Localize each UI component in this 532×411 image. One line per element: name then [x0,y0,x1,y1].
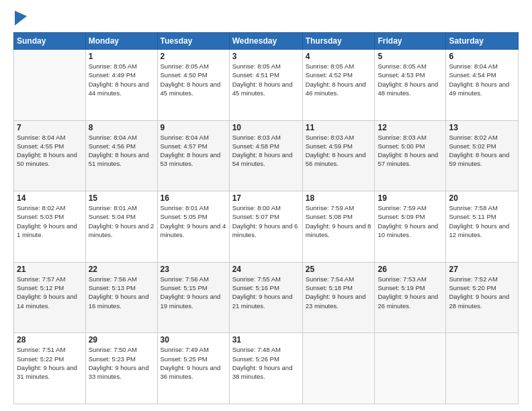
day-of-week-header: Thursday [302,33,375,50]
day-number: 8 [89,123,154,132]
day-info: Sunrise: 7:54 AMSunset: 5:18 PMDaylight:… [306,275,372,310]
calendar-cell [375,333,446,404]
day-info: Sunrise: 8:03 AMSunset: 4:58 PMDaylight:… [232,133,300,169]
day-info: Sunrise: 7:48 AMSunset: 5:26 PMDaylight:… [232,345,300,381]
day-info: Sunrise: 7:50 AMSunset: 5:23 PMDaylight:… [89,345,154,381]
calendar-week-row: 1Sunrise: 8:05 AMSunset: 4:49 PMDaylight… [14,50,519,121]
day-number: 18 [306,193,372,203]
calendar-week-row: 14Sunrise: 8:02 AMSunset: 5:03 PMDayligh… [14,191,519,263]
calendar-cell: 18Sunrise: 7:59 AMSunset: 5:08 PMDayligh… [302,191,375,263]
day-info: Sunrise: 8:02 AMSunset: 5:03 PMDaylight:… [17,203,83,239]
calendar-cell: 11Sunrise: 8:03 AMSunset: 4:59 PMDayligh… [302,120,375,191]
calendar-cell: 24Sunrise: 7:55 AMSunset: 5:16 PMDayligh… [229,262,302,333]
logo [13,11,26,26]
day-number: 26 [378,265,443,274]
day-number: 9 [161,123,226,132]
calendar-cell: 16Sunrise: 8:01 AMSunset: 5:05 PMDayligh… [157,191,229,263]
calendar-week-row: 7Sunrise: 8:04 AMSunset: 4:55 PMDaylight… [14,120,519,191]
logo-icon [15,11,27,26]
day-number: 3 [232,52,300,61]
day-number: 1 [89,52,154,61]
calendar-cell: 23Sunrise: 7:56 AMSunset: 5:15 PMDayligh… [157,262,229,333]
day-number: 25 [306,265,372,274]
calendar-header-row: SundayMondayTuesdayWednesdayThursdayFrid… [14,33,519,50]
calendar-cell: 4Sunrise: 8:05 AMSunset: 4:52 PMDaylight… [302,50,375,121]
day-info: Sunrise: 8:05 AMSunset: 4:49 PMDaylight:… [89,62,154,97]
calendar-cell: 10Sunrise: 8:03 AMSunset: 4:58 PMDayligh… [229,120,302,191]
day-info: Sunrise: 8:05 AMSunset: 4:50 PMDaylight:… [161,62,226,97]
calendar-cell: 19Sunrise: 7:59 AMSunset: 5:09 PMDayligh… [375,191,446,263]
day-info: Sunrise: 8:04 AMSunset: 4:55 PMDaylight:… [17,133,83,169]
day-info: Sunrise: 8:03 AMSunset: 4:59 PMDaylight:… [306,133,372,169]
day-number: 7 [17,123,83,132]
calendar-cell: 13Sunrise: 8:02 AMSunset: 5:02 PMDayligh… [446,120,519,191]
day-info: Sunrise: 7:55 AMSunset: 5:16 PMDaylight:… [232,275,300,310]
calendar-cell: 30Sunrise: 7:49 AMSunset: 5:25 PMDayligh… [157,333,229,404]
day-number: 19 [378,193,443,203]
calendar-table: SundayMondayTuesdayWednesdayThursdayFrid… [13,32,519,404]
day-info: Sunrise: 7:49 AMSunset: 5:25 PMDaylight:… [161,345,226,381]
day-info: Sunrise: 8:04 AMSunset: 4:57 PMDaylight:… [161,133,226,169]
calendar-cell [14,50,86,121]
calendar-cell: 27Sunrise: 7:52 AMSunset: 5:20 PMDayligh… [446,262,519,333]
day-number: 14 [17,193,83,203]
day-info: Sunrise: 7:53 AMSunset: 5:19 PMDaylight:… [378,275,443,310]
day-of-week-header: Wednesday [229,33,302,50]
page: SundayMondayTuesdayWednesdayThursdayFrid… [0,0,532,411]
calendar-cell: 21Sunrise: 7:57 AMSunset: 5:12 PMDayligh… [14,262,86,333]
calendar-cell: 14Sunrise: 8:02 AMSunset: 5:03 PMDayligh… [14,191,86,263]
calendar-cell: 17Sunrise: 8:00 AMSunset: 5:07 PMDayligh… [229,191,302,263]
day-of-week-header: Friday [375,33,446,50]
day-info: Sunrise: 7:56 AMSunset: 5:13 PMDaylight:… [89,275,154,310]
day-info: Sunrise: 8:02 AMSunset: 5:02 PMDaylight:… [449,133,515,169]
calendar-cell: 8Sunrise: 8:04 AMSunset: 4:56 PMDaylight… [85,120,157,191]
day-number: 10 [232,123,300,132]
calendar-cell: 26Sunrise: 7:53 AMSunset: 5:19 PMDayligh… [375,262,446,333]
calendar-cell: 6Sunrise: 8:04 AMSunset: 4:54 PMDaylight… [446,50,519,121]
day-info: Sunrise: 7:56 AMSunset: 5:15 PMDaylight:… [161,275,226,310]
day-number: 22 [89,265,154,274]
day-number: 13 [449,123,515,132]
day-number: 24 [232,265,300,274]
day-info: Sunrise: 8:05 AMSunset: 4:51 PMDaylight:… [232,62,300,97]
day-info: Sunrise: 7:58 AMSunset: 5:11 PMDaylight:… [449,203,515,239]
day-info: Sunrise: 8:05 AMSunset: 4:53 PMDaylight:… [378,62,443,97]
day-number: 4 [306,52,372,61]
day-number: 6 [449,52,515,61]
day-number: 17 [232,193,300,203]
day-info: Sunrise: 8:04 AMSunset: 4:56 PMDaylight:… [89,133,154,169]
day-info: Sunrise: 8:04 AMSunset: 4:54 PMDaylight:… [449,62,515,97]
day-info: Sunrise: 8:01 AMSunset: 5:04 PMDaylight:… [89,203,154,239]
svg-marker-0 [15,11,27,26]
day-info: Sunrise: 7:57 AMSunset: 5:12 PMDaylight:… [17,275,83,310]
day-of-week-header: Sunday [14,33,86,50]
day-number: 27 [449,265,515,274]
calendar-cell: 22Sunrise: 7:56 AMSunset: 5:13 PMDayligh… [85,262,157,333]
day-number: 30 [161,335,226,345]
day-info: Sunrise: 7:51 AMSunset: 5:22 PMDaylight:… [17,345,83,381]
day-number: 28 [17,335,83,345]
calendar-cell: 7Sunrise: 8:04 AMSunset: 4:55 PMDaylight… [14,120,86,191]
day-info: Sunrise: 8:01 AMSunset: 5:05 PMDaylight:… [161,203,226,239]
header [13,11,519,26]
calendar-cell: 9Sunrise: 8:04 AMSunset: 4:57 PMDaylight… [157,120,229,191]
calendar-cell [302,333,375,404]
day-number: 12 [378,123,443,132]
calendar-cell: 31Sunrise: 7:48 AMSunset: 5:26 PMDayligh… [229,333,302,404]
day-info: Sunrise: 7:59 AMSunset: 5:09 PMDaylight:… [378,203,443,239]
calendar-cell: 2Sunrise: 8:05 AMSunset: 4:50 PMDaylight… [157,50,229,121]
day-info: Sunrise: 8:00 AMSunset: 5:07 PMDaylight:… [232,203,300,239]
day-number: 29 [89,335,154,345]
calendar-cell: 5Sunrise: 8:05 AMSunset: 4:53 PMDaylight… [375,50,446,121]
day-number: 31 [232,335,300,345]
day-info: Sunrise: 7:59 AMSunset: 5:08 PMDaylight:… [306,203,372,239]
day-of-week-header: Monday [85,33,157,50]
calendar-cell: 12Sunrise: 8:03 AMSunset: 5:00 PMDayligh… [375,120,446,191]
day-number: 20 [449,193,515,203]
day-number: 16 [161,193,226,203]
calendar-week-row: 28Sunrise: 7:51 AMSunset: 5:22 PMDayligh… [14,333,519,404]
day-number: 23 [161,265,226,274]
calendar-cell: 1Sunrise: 8:05 AMSunset: 4:49 PMDaylight… [85,50,157,121]
day-info: Sunrise: 8:05 AMSunset: 4:52 PMDaylight:… [306,62,372,97]
day-number: 21 [17,265,83,274]
